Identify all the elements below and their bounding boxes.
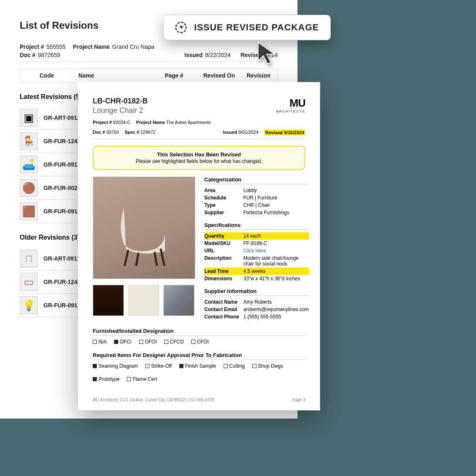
req-option[interactable]: Prototype	[93, 376, 119, 382]
issue-revised-package-button[interactable]: ISSUE REVISED PACKAGE	[163, 15, 331, 40]
item-code: GR-FUR-002	[43, 185, 77, 191]
thumbnail: ▣	[20, 109, 38, 127]
req-label: Flame Cert	[133, 376, 157, 382]
swatch-row	[93, 285, 195, 316]
thumbnail: ⊓	[20, 249, 38, 268]
thumbnail: 💡	[20, 296, 38, 314]
contact-phone-label: Contact Phone	[204, 314, 243, 320]
fid-options: N/AOFCIOFOICFCOCFOI	[93, 339, 305, 345]
spec-name: Lounge Chair 2	[93, 106, 148, 115]
req-option[interactable]: Strike-Off	[145, 363, 172, 369]
spec-meta-row2: Doc # 00759 Spec # 129872 Issued 9/01/20…	[93, 130, 305, 135]
thumbnail: 🛋️	[20, 156, 38, 174]
doc-meta-row-1: Project #555555 Project NameGrand Cru Na…	[20, 43, 278, 50]
checkbox-icon	[179, 364, 183, 368]
fid-option[interactable]: N/A	[93, 339, 107, 345]
fid-heading: Furnished/Installed Designation	[93, 328, 305, 336]
item-code: GR-FUR-1242-	[43, 279, 82, 285]
swatch-fabric[interactable]	[128, 285, 159, 316]
description-value: Modern side chair/lounge chair for socia…	[243, 255, 309, 267]
req-option[interactable]: Finish Sample	[179, 363, 216, 369]
lamp-icon: 💡	[22, 299, 35, 312]
checkbox-icon	[252, 364, 256, 368]
url-label: URL	[204, 248, 243, 254]
sku-value: FF-9188-C	[243, 240, 309, 246]
fid-option[interactable]: OFCI	[114, 339, 132, 345]
revision-callout: This Selection Has Been Revised Please s…	[93, 146, 305, 170]
req-label: Seaming Diagram	[98, 363, 138, 369]
contact-email-label: Contact Email	[204, 307, 243, 312]
supplier-value: Fortezza Furnishings	[243, 210, 309, 215]
checkbox-icon	[93, 340, 97, 344]
thumbnail: 🟤	[20, 179, 38, 197]
reload-icon	[175, 22, 187, 33]
swatch-context[interactable]	[163, 285, 195, 316]
project-number-value: 555555	[46, 43, 66, 50]
req-options: Seaming DiagramStrike-OffFinish SampleCu…	[93, 363, 305, 382]
req-label: Cutting	[229, 363, 245, 369]
callout-subtitle: Please see highlighted fields below for …	[98, 158, 300, 164]
fid-label: OFOI	[145, 339, 157, 345]
callout-title: This Selection Has Been Revised	[98, 151, 300, 158]
contact-name-label: Contact Name	[204, 299, 243, 305]
revised-value: 9/15/2024	[284, 130, 304, 135]
contact-email-value: aroberts@repsmanylines.com	[243, 307, 309, 312]
chair-icon: 🛋️	[22, 158, 35, 171]
supplier-label: Supplier	[204, 210, 243, 215]
req-heading: Required Items For Designer Approval Pri…	[93, 352, 305, 360]
item-code: GR-FUR-091	[43, 302, 77, 309]
sku-label: Model/SKU	[204, 240, 243, 246]
fid-option[interactable]: OFOI	[139, 339, 157, 345]
logo-text: MU	[276, 97, 305, 110]
spec-number-label: Spec #	[125, 130, 139, 135]
description-label: Description	[204, 255, 243, 267]
project-name-value: Grand Cru Napa	[112, 43, 154, 50]
divider	[93, 139, 305, 139]
col-page: Page #	[151, 72, 197, 79]
thumbnail: 🟫	[20, 202, 38, 220]
contact-phone-value: 1 (555) 555-5555	[243, 314, 309, 320]
spec-meta: Project # 92024-C Project Name The Asher…	[93, 120, 305, 125]
table-icon: ⊓	[25, 252, 33, 265]
fid-option[interactable]: CFCO	[164, 339, 184, 345]
swatch-wood[interactable]	[93, 285, 124, 316]
leadtime-value: 4.5 weeks	[243, 268, 309, 274]
req-label: Prototype	[98, 376, 119, 382]
checkbox-icon	[145, 364, 149, 368]
item-code: GR-FUR-091	[43, 208, 77, 215]
req-option[interactable]: Shop Dwgs	[252, 363, 283, 369]
item-code: GR-FUR-1242-	[43, 138, 82, 144]
armchair-icon: 🪑	[22, 135, 35, 148]
req-label: Strike-Off	[151, 363, 172, 369]
req-option[interactable]: Seaming Diagram	[93, 363, 138, 369]
checkbox-icon	[224, 364, 228, 368]
bench-icon: ▭	[24, 276, 34, 288]
fid-option[interactable]: CFOI	[191, 339, 209, 345]
req-label: Shop Dwgs	[258, 363, 283, 369]
side-table-icon: 🟫	[22, 205, 35, 218]
quantity-label: Quantity	[204, 233, 243, 239]
thumbnail: ▭	[20, 273, 38, 291]
checkbox-icon	[114, 340, 118, 344]
lounge-chair-icon	[116, 204, 173, 267]
doc-number-label: Doc #	[20, 52, 35, 58]
dimensions-label: Dimensions	[204, 276, 243, 281]
fid-label: N/A	[98, 339, 107, 345]
col-code: Code	[20, 72, 73, 79]
footer-address: MU Architects 1111 1st Ave. Culver City,…	[93, 398, 214, 402]
supplier-info-heading: Supplier Information	[204, 288, 309, 296]
schedule-value: FUR | Furniture	[243, 195, 309, 201]
req-option[interactable]: Cutting	[224, 363, 245, 369]
checkbox-icon	[164, 340, 168, 344]
item-code: GR-FUR-091	[43, 161, 77, 168]
quantity-value: 14 each	[243, 233, 309, 239]
col-revised-on: Revised On	[197, 72, 242, 79]
schedule-label: Schedule	[204, 195, 243, 201]
url-link[interactable]: Click Here	[243, 248, 309, 254]
item-code: GR-ART-0911-	[43, 114, 82, 121]
checkbox-icon	[93, 377, 97, 381]
project-number-label: Project #	[93, 120, 112, 125]
issue-button-label: ISSUE REVISED PACKAGE	[194, 22, 319, 33]
req-option[interactable]: Flame Cert	[127, 376, 157, 382]
revisions-table-header: Code Name Page # Revised On Revision	[20, 69, 278, 82]
